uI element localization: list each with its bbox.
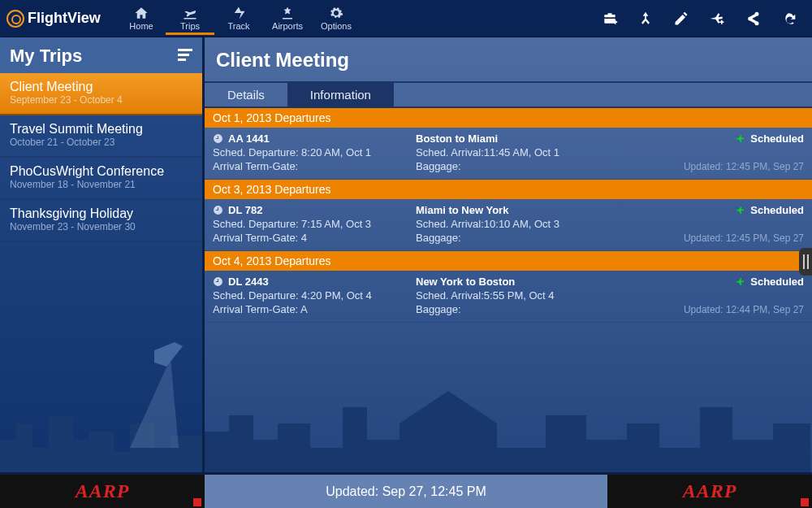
ad-left[interactable]: AARP [0,475,205,508]
route: New York to Boston [416,276,666,288]
route: Boston to Miami [416,132,666,145]
nav-airports[interactable]: Airports [263,2,312,35]
share-icon[interactable] [744,10,762,28]
flight-row[interactable]: AA 1441Sched. Departure: 8:20 AM, Oct 1A… [205,128,812,180]
sched-departure: Sched. Departure: 4:20 PM, Oct 4 [213,289,416,302]
group-header: Oct 3, 2013 Departures [205,180,812,199]
clock-icon [213,276,223,287]
flight-updated: Updated: 12:45 PM, Sep 27 [666,232,804,244]
top-nav: FlightView Home Trips Track Airports Opt… [0,0,812,37]
brand-text: FlightView [28,10,101,27]
baggage: Baggage: [416,303,666,315]
flight-status: Scheduled [666,276,804,288]
baggage: Baggage: [416,160,666,172]
arrival-gate: Arrival Term-Gate: A [213,303,416,315]
nav-trips[interactable]: Trips [166,2,214,35]
home-icon [117,5,166,21]
ad-square-icon [801,498,809,506]
updated-text: Updated: Sep 27, 12:45 PM [326,484,486,499]
updated-bar: Updated: Sep 27, 12:45 PM [205,475,607,508]
ad-right[interactable]: AARP [607,475,812,508]
svg-marker-2 [205,391,810,472]
svg-marker-0 [0,415,202,472]
nav-options[interactable]: Options [312,2,361,35]
trip-name: Client Meeting [10,80,192,94]
ad-text: AARP [76,480,130,502]
nav-home[interactable]: Home [117,2,166,35]
add-flight-icon[interactable] [708,10,726,28]
trip-list: Client Meeting September 23 - October 4 … [0,73,202,242]
flight-updated: Updated: 12:44 PM, Sep 27 [666,304,804,315]
brand[interactable]: FlightView [3,10,117,28]
track-icon [214,5,263,21]
options-icon [312,5,361,21]
arrival-gate: Arrival Term-Gate: 4 [213,232,416,244]
main: My Trips Client Meeting September 23 - O… [0,37,812,472]
nav-label: Track [214,21,263,31]
trip-name: Travel Summit Meeting [10,122,192,137]
trip-dates: November 18 - November 21 [10,179,192,190]
trip-item[interactable]: Thanksgiving Holiday November 23 - Novem… [0,200,202,242]
svg-marker-1 [130,358,179,448]
trip-item[interactable]: PhoCusWright Conference November 18 - No… [0,158,202,200]
content-title: Client Meeting [205,37,812,81]
trip-name: Thanksgiving Holiday [10,206,192,221]
nav-label: Home [117,21,166,31]
group-header: Oct 1, 2013 Departures [205,108,812,128]
flight-row[interactable]: DL 2443Sched. Departure: 4:20 PM, Oct 4A… [205,271,812,323]
flight-status: Scheduled [666,132,804,145]
baggage: Baggage: [416,232,666,244]
airports-icon [263,5,312,21]
sidebar: My Trips Client Meeting September 23 - O… [0,37,205,472]
top-actions [601,10,809,28]
merge-icon[interactable] [637,10,654,28]
flight-number: DL 2443 [213,276,416,288]
ad-square-icon [193,498,201,506]
edit-icon[interactable] [672,10,690,28]
flight-status: Scheduled [666,204,804,216]
tab-information[interactable]: Information [287,83,394,106]
skyline-deco [0,310,202,472]
sidebar-header: My Trips [0,37,202,73]
trip-name: PhoCusWright Conference [10,164,192,179]
flight-updated: Updated: 12:45 PM, Sep 27 [666,161,804,172]
sched-arrival: Sched. Arrival:5:55 PM, Oct 4 [416,289,666,302]
flight-row[interactable]: DL 782Sched. Departure: 7:15 AM, Oct 3Ar… [205,199,812,251]
plane-icon [734,133,745,145]
departure-groups: Oct 1, 2013 DeparturesAA 1441Sched. Depa… [205,108,812,323]
plane-icon [734,276,745,288]
flight-number: AA 1441 [213,132,416,145]
trip-dates: October 21 - October 23 [10,137,192,148]
nav-label: Options [312,21,361,31]
trip-dates: November 23 - November 30 [10,221,192,232]
sched-departure: Sched. Departure: 8:20 AM, Oct 1 [213,146,416,158]
trip-item[interactable]: Client Meeting September 23 - October 4 [0,73,202,115]
refresh-icon[interactable] [780,10,797,28]
sched-arrival: Sched. Arrival:10:10 AM, Oct 3 [416,218,666,230]
arrival-gate: Arrival Term-Gate: [213,160,416,172]
plane-icon [734,205,745,216]
nav-track[interactable]: Track [214,2,263,35]
bottom-bar: AARP Updated: Sep 27, 12:45 PM AARP [0,472,812,508]
brand-eye-icon [6,10,24,28]
content-skyline [205,326,812,472]
sort-icon[interactable] [178,49,192,63]
clock-icon [213,133,223,144]
trips-icon [166,5,214,21]
nav-items: Home Trips Track Airports Options [117,2,361,35]
add-briefcase-icon[interactable] [601,10,619,28]
nav-label: Trips [166,21,214,31]
tab-details[interactable]: Details [205,83,287,106]
clock-icon [213,205,223,215]
sidebar-title: My Trips [10,46,82,67]
right-edge-handle[interactable] [799,248,812,276]
sched-arrival: Sched. Arrival:11:45 AM, Oct 1 [416,146,666,158]
flight-number: DL 782 [213,204,416,216]
ad-text: AARP [683,480,737,502]
trip-dates: September 23 - October 4 [10,94,192,106]
detail-tabs: Details Information [205,81,812,108]
content: Client Meeting Details Information Oct 1… [205,37,812,472]
trip-item[interactable]: Travel Summit Meeting October 21 - Octob… [0,115,202,158]
nav-label: Airports [263,21,312,31]
route: Miami to New York [416,204,666,216]
